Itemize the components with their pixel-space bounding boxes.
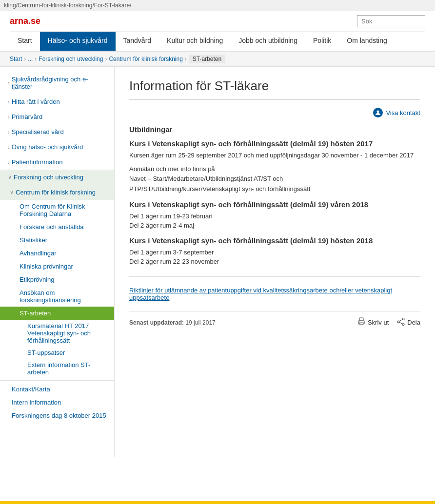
print-button[interactable]: Skriv ut: [357, 317, 389, 328]
course-body-1: Kursen äger rum 25-29 september 2017 och…: [129, 151, 420, 160]
updated-row: Senast uppdaterad: 19 juli 2017 Skriv ut: [129, 311, 420, 328]
svg-point-5: [402, 318, 404, 320]
sidebar-item-intern-info[interactable]: Intern information: [0, 396, 114, 409]
nav-item-politik[interactable]: Politik: [305, 32, 339, 51]
sidebar-item-primarvard[interactable]: › Primärvård: [0, 109, 114, 124]
share-button[interactable]: Dela: [396, 317, 420, 328]
arrow-icon: ›: [8, 99, 10, 105]
sidebar-item-kliniska[interactable]: Kliniska prövningar: [0, 260, 114, 273]
breadcrumb-centrum[interactable]: Centrum för klinisk forskning: [109, 56, 182, 62]
course-title-2: Kurs i Vetenskapligt syn- och förhållnin…: [129, 200, 420, 209]
arrow-icon: ›: [8, 114, 10, 120]
svg-point-7: [397, 321, 399, 323]
sidebar-item-st-uppsatser[interactable]: ST-uppsatser: [0, 347, 114, 359]
breadcrumb-sep-1: ›: [24, 56, 26, 62]
nav-item-halso[interactable]: Hälso- och sjukvård: [40, 32, 116, 51]
breadcrumb-sep-4: ›: [185, 56, 187, 62]
breadcrumb-sep-2: ›: [35, 56, 37, 62]
riktlinjer-link[interactable]: Riktlinjer för utlämnande av patientuppg…: [129, 287, 420, 301]
nav-item-jobb[interactable]: Jobb och utbildning: [231, 32, 305, 51]
section-heading-utbildningar: Utbildningar: [129, 125, 420, 134]
sidebar: › Sjukvårdsrådgivning och e-tjänster › H…: [0, 67, 115, 457]
sidebar-item-forskningens-dag[interactable]: Forskningens dag 8 oktober 2015: [0, 409, 114, 422]
content-divider: [129, 276, 420, 277]
sidebar-item-om-centrum[interactable]: Om Centrum för Klinisk Forskning Dalarna: [0, 200, 114, 220]
sidebar-item-etik[interactable]: Etikprövning: [0, 273, 114, 286]
sidebar-item-st-arbeten[interactable]: ST-arbeten: [0, 307, 114, 320]
arrow-icon: ›: [8, 159, 10, 165]
course-title-3: Kurs i Vetenskapligt syn- och förhållnin…: [129, 236, 420, 245]
breadcrumb-current: ST-arbeten: [189, 55, 225, 63]
sidebar-item-kontakt[interactable]: Kontakt/Karta: [0, 383, 114, 396]
anmalan-text: Anmälan och mer info finns på Navet – St…: [129, 164, 420, 194]
svg-point-0: [377, 111, 379, 113]
sidebar-item-patientinfo[interactable]: › Patientinformation: [0, 155, 114, 170]
svg-rect-2: [359, 318, 363, 321]
browser-address-bar: kling/Centrum-for-klinisk-forskning/For-…: [0, 0, 435, 11]
nav-item-start[interactable]: Start: [10, 32, 40, 51]
sidebar-item-kursmaterial[interactable]: Kursmaterial HT 2017 Vetenskapligt syn- …: [0, 320, 114, 347]
breadcrumb-forskning[interactable]: Forskning och utveckling: [39, 56, 103, 62]
page-layout: › Sjukvårdsrådgivning och e-tjänster › H…: [0, 67, 435, 457]
arrow-icon: ›: [8, 129, 10, 135]
sidebar-item-hitta[interactable]: › Hitta rätt i vården: [0, 94, 114, 109]
breadcrumb-ellipsis[interactable]: ...: [28, 56, 33, 62]
nav-item-kultur[interactable]: Kultur och bildning: [159, 32, 231, 51]
share-icon: [396, 317, 405, 328]
course-title-1: Kurs i Vetenskapligt syn- och förhållnin…: [129, 139, 420, 148]
contact-row: Visa kontakt: [129, 108, 420, 117]
svg-line-9: [399, 322, 403, 324]
sidebar-item-statistiker[interactable]: Statistiker: [0, 233, 114, 247]
url-text: kling/Centrum-for-klinisk-forskning/For-…: [4, 2, 131, 9]
sidebar-item-forskning[interactable]: ∨ Forskning och utveckling: [0, 170, 114, 185]
main-navigation: Start Hälso- och sjukvård Tandvård Kultu…: [10, 32, 425, 51]
chevron-down-icon: ∨: [10, 189, 14, 195]
contact-icon: [373, 108, 383, 117]
site-header-area: arna.se Start Hälso- och sjukvård Tandvå…: [0, 11, 435, 52]
sidebar-item-avhandlingar[interactable]: Avhandlingar: [0, 247, 114, 260]
nav-item-om[interactable]: Om landsting: [339, 32, 395, 51]
arrow-icon: ›: [8, 80, 10, 86]
svg-point-4: [359, 322, 360, 323]
course-body-3: Del 1 äger rum 3-7 septemberDel 2 äger r…: [129, 248, 420, 267]
course-body-2: Del 1 äger rum 19-23 februariDel 2 äger …: [129, 212, 420, 231]
sidebar-item-specialiserad[interactable]: › Specialiserad vård: [0, 124, 114, 139]
sidebar-item-centrum[interactable]: ∨ Centrum för klinisk forskning: [0, 185, 114, 200]
sidebar-item-sjukvard[interactable]: › Sjukvårdsrådgivning och e-tjänster: [0, 72, 114, 94]
site-logo: arna.se: [10, 16, 40, 26]
arrow-icon: ›: [8, 144, 10, 150]
sidebar-item-extern-info[interactable]: Extern information ST-arbeten: [0, 359, 114, 378]
breadcrumb: Start › ... › Forskning och utveckling ›…: [0, 52, 435, 67]
breadcrumb-sep-3: ›: [105, 56, 107, 62]
page-title: Information för ST-läkare: [129, 78, 420, 94]
breadcrumb-start[interactable]: Start: [10, 56, 22, 62]
sidebar-item-forskare[interactable]: Forskare och anställda: [0, 220, 114, 233]
search-area: [357, 15, 425, 27]
title-divider: [129, 99, 420, 100]
action-buttons: Skriv ut Dela: [357, 317, 420, 328]
print-icon: [357, 317, 366, 328]
sidebar-item-ovrig[interactable]: › Övrig hälso- och sjukvård: [0, 139, 114, 155]
svg-point-6: [402, 323, 404, 325]
contact-button[interactable]: Visa kontakt: [373, 108, 420, 117]
nav-item-tandvard[interactable]: Tandvård: [116, 32, 159, 51]
svg-line-8: [399, 319, 403, 321]
chevron-down-icon: ∨: [8, 174, 12, 180]
updated-text: Senast uppdaterad: 19 juli 2017: [129, 319, 216, 326]
sidebar-item-ansokan[interactable]: Ansökan om forskningsfinansiering: [0, 286, 114, 307]
search-input[interactable]: [357, 15, 425, 27]
main-content: Information för ST-läkare Visa kontakt U…: [115, 67, 435, 457]
